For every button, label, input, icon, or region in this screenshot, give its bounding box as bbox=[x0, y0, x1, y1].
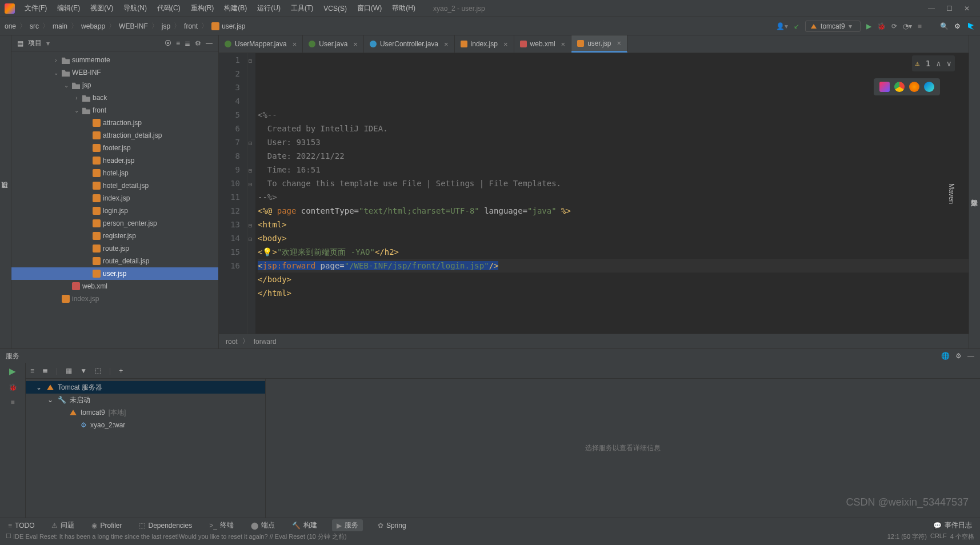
breadcrumb-item[interactable]: src bbox=[30, 22, 39, 30]
add-icon[interactable]: + bbox=[119, 367, 123, 375]
tree-node[interactable]: attraction.jsp bbox=[11, 117, 218, 129]
tree-node[interactable]: footer.jsp bbox=[11, 142, 218, 154]
checkbox-icon[interactable]: ☐ bbox=[6, 532, 11, 540]
service-node[interactable]: ⌄🔧未启动 bbox=[26, 394, 265, 406]
run-config-selector[interactable]: tomcat9 ▾ bbox=[805, 21, 861, 32]
expand-icon[interactable]: ≡ bbox=[30, 367, 34, 375]
locate-icon[interactable]: ⦿ bbox=[165, 39, 171, 47]
code-line[interactable]: <body> bbox=[258, 231, 969, 245]
tree-node[interactable]: login.jsp bbox=[11, 205, 218, 217]
project-tree[interactable]: ›summernote⌄WEB-INF⌄jsp›back⌄frontattrac… bbox=[11, 51, 218, 348]
tree-node[interactable]: register.jsp bbox=[11, 230, 218, 242]
code-line[interactable]: </body> bbox=[258, 272, 969, 286]
tree-node[interactable]: ›summernote bbox=[11, 54, 218, 66]
collapse-all-icon[interactable]: ≣ bbox=[185, 39, 190, 47]
commit-icon[interactable]: ↙ bbox=[794, 22, 799, 30]
menu-item[interactable]: 运行(U) bbox=[253, 2, 285, 15]
database-tool-tab[interactable]: 数据库 bbox=[968, 190, 980, 197]
stop-button[interactable]: ■ bbox=[918, 22, 922, 30]
code-line[interactable]: <💡>"欢迎来到前端页面 -YAO"</h2> bbox=[258, 245, 969, 259]
edge-icon[interactable] bbox=[924, 82, 934, 92]
breadcrumb-item[interactable]: WEB-INF bbox=[119, 22, 148, 30]
collapse-icon[interactable]: ≣ bbox=[42, 367, 48, 375]
expand-arrow-icon[interactable]: › bbox=[53, 57, 59, 63]
expand-arrow-icon[interactable]: ⌄ bbox=[63, 82, 70, 89]
code-breadcrumb[interactable]: root 〉 forward bbox=[219, 334, 969, 348]
code-line[interactable] bbox=[258, 314, 969, 327]
tree-node[interactable]: hotel_detail.jsp bbox=[11, 179, 218, 192]
expand-arrow-icon[interactable]: ⌄ bbox=[36, 383, 43, 391]
search-icon[interactable]: 🔍 bbox=[940, 22, 949, 30]
layout-icon[interactable]: ⬚ bbox=[95, 367, 101, 375]
tree-node[interactable]: user.jsp bbox=[11, 267, 218, 280]
toolbox-icon[interactable] bbox=[966, 22, 975, 31]
tree-node[interactable]: route_detail.jsp bbox=[11, 255, 218, 267]
code-line[interactable]: User: 93153 bbox=[258, 135, 969, 149]
menu-item[interactable]: 视图(V) bbox=[86, 2, 117, 15]
code-line[interactable]: </html> bbox=[258, 286, 969, 300]
caret-position[interactable]: 12:1 (50 字符) bbox=[887, 532, 927, 541]
editor-tab[interactable]: web.xml× bbox=[514, 35, 572, 53]
breadcrumb-item[interactable]: front bbox=[184, 22, 198, 30]
inspection-badges[interactable]: ⚠ 1 ∧ ∨ bbox=[912, 55, 955, 71]
tree-node[interactable]: ⌄jsp bbox=[11, 79, 218, 91]
debug-button[interactable]: 🐞 bbox=[877, 22, 886, 30]
expand-all-icon[interactable]: ≡ bbox=[176, 39, 180, 47]
tree-node[interactable]: header.jsp bbox=[11, 154, 218, 167]
code-line[interactable]: --%> bbox=[258, 190, 969, 204]
bottom-tab[interactable]: ✿Spring bbox=[375, 520, 409, 531]
tree-node[interactable]: person_center.jsp bbox=[11, 217, 218, 230]
close-button[interactable]: ✕ bbox=[964, 5, 970, 13]
menu-item[interactable]: 工具(T) bbox=[287, 2, 317, 15]
editor-tab[interactable]: UserController.java× bbox=[364, 35, 455, 53]
menu-item[interactable]: 文件(F) bbox=[21, 2, 51, 15]
intellij-preview-icon[interactable] bbox=[879, 82, 890, 92]
user-icon[interactable]: 👤▾ bbox=[776, 22, 788, 30]
code-line[interactable]: Time: 16:51 bbox=[258, 163, 969, 177]
breadcrumb-item[interactable]: main bbox=[53, 22, 67, 30]
indent-info[interactable]: 4 个空格 bbox=[950, 532, 974, 541]
close-tab-icon[interactable]: × bbox=[444, 40, 449, 49]
expand-arrow-icon[interactable]: › bbox=[73, 95, 80, 101]
breadcrumb-item[interactable]: one bbox=[5, 22, 16, 30]
event-log-tab[interactable]: 💬事件日志 bbox=[931, 519, 974, 531]
crumb-forward[interactable]: forward bbox=[254, 338, 277, 346]
line-separator[interactable]: CRLF bbox=[930, 532, 947, 539]
code-line[interactable]: Date: 2022/11/22 bbox=[258, 149, 969, 163]
service-node[interactable]: ⌄Tomcat 服务器 bbox=[26, 381, 265, 394]
code-line[interactable]: <jsp:forward page="/WEB-INF/jsp/front/lo… bbox=[258, 259, 969, 272]
gear-icon[interactable]: ⚙ bbox=[955, 352, 962, 360]
tree-node[interactable]: route.jsp bbox=[11, 242, 218, 255]
menu-item[interactable]: 重构(R) bbox=[187, 2, 218, 15]
close-tab-icon[interactable]: × bbox=[353, 40, 358, 49]
menu-item[interactable]: 导航(N) bbox=[119, 2, 151, 15]
settings-icon[interactable]: ⚙ bbox=[195, 39, 201, 47]
menu-item[interactable]: 窗口(W) bbox=[353, 2, 386, 15]
next-highlight-icon[interactable]: ∨ bbox=[947, 57, 951, 70]
expand-arrow-icon[interactable]: ⌄ bbox=[53, 70, 59, 76]
code-editor[interactable]: 12345678910111213141516 ⊟⊟⊟⊟⊟⊟ ⚠ 1 ∧ ∨ <… bbox=[219, 53, 969, 334]
code-line[interactable]: To change this template use File | Setti… bbox=[258, 177, 969, 190]
menu-item[interactable]: 构建(B) bbox=[220, 2, 251, 15]
close-tab-icon[interactable]: × bbox=[561, 40, 566, 49]
bottom-tab[interactable]: ≡TODO bbox=[6, 520, 37, 531]
code-line[interactable] bbox=[258, 300, 969, 314]
chevron-down-icon[interactable]: ▾ bbox=[46, 39, 50, 47]
breadcrumb-item[interactable]: webapp bbox=[81, 22, 105, 30]
bottom-tab[interactable]: ◉Profiler bbox=[89, 520, 124, 531]
code-area[interactable]: ⚠ 1 ∧ ∨ <%-- Created by IntelliJ IDEA. U… bbox=[255, 53, 969, 334]
menu-item[interactable]: VCS(S) bbox=[319, 3, 351, 14]
close-tab-icon[interactable]: × bbox=[293, 40, 297, 49]
hide-panel-icon[interactable]: — bbox=[967, 352, 974, 360]
editor-tab[interactable]: User.java× bbox=[303, 35, 364, 53]
menu-item[interactable]: 帮助(H) bbox=[388, 2, 419, 15]
debug-icon[interactable]: 🐞 bbox=[9, 383, 17, 391]
fold-column[interactable]: ⊟⊟⊟⊟⊟⊟ bbox=[247, 53, 255, 334]
close-tab-icon[interactable]: × bbox=[617, 39, 622, 47]
firefox-icon[interactable] bbox=[909, 82, 919, 92]
bottom-tab[interactable]: ▶服务 bbox=[332, 519, 363, 531]
web-icon[interactable]: 🌐 bbox=[941, 352, 950, 360]
crumb-root[interactable]: root bbox=[226, 338, 238, 346]
tree-node[interactable]: index.jsp bbox=[11, 192, 218, 205]
bottom-tab[interactable]: >_终端 bbox=[207, 519, 236, 531]
